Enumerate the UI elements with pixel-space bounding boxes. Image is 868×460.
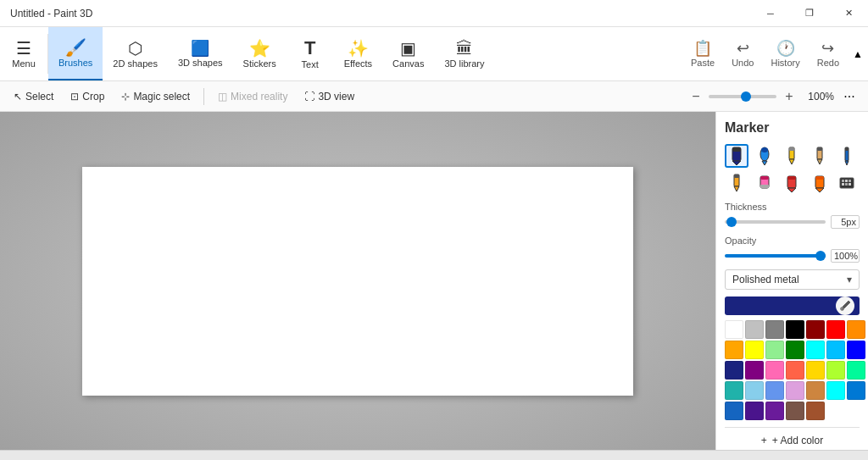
drawing-canvas[interactable] — [82, 167, 633, 396]
color-swatch-cell[interactable] — [847, 381, 865, 400]
canvas-area[interactable] — [0, 112, 715, 450]
eyedropper-button[interactable] — [836, 297, 854, 315]
opacity-value[interactable]: 100% — [831, 249, 860, 263]
redo-button[interactable]: ↪ Redo — [809, 27, 848, 80]
close-button[interactable]: ✕ — [829, 0, 868, 27]
zoom-out-button[interactable]: − — [687, 87, 705, 106]
color-swatch-cell[interactable] — [725, 402, 743, 420]
menu-button[interactable]: ☰ Menu — [0, 27, 47, 80]
toolbar-stickers[interactable]: ⭐ Stickers — [233, 27, 287, 80]
brush-marker3[interactable] — [780, 144, 804, 168]
toolbar-canvas[interactable]: ▣ Canvas — [382, 27, 434, 80]
threed-view-button[interactable]: ⛶ 3D view — [298, 88, 361, 105]
text-icon: T — [304, 39, 315, 58]
crop-button[interactable]: ⊡ Crop — [64, 88, 111, 105]
color-swatch-cell[interactable] — [725, 320, 743, 339]
color-swatch-cell[interactable] — [745, 381, 764, 400]
history-button[interactable]: 🕐 History — [762, 27, 808, 80]
color-swatch-cell[interactable] — [745, 341, 764, 359]
brush-marker5[interactable] — [835, 144, 859, 168]
thickness-row: 5px — [725, 215, 860, 229]
color-swatch-cell[interactable] — [847, 341, 865, 359]
color-swatch-cell[interactable] — [847, 320, 865, 339]
color-swatch-cell[interactable] — [765, 381, 784, 400]
3dshapes-label: 3D shapes — [178, 58, 223, 68]
brush-marker2[interactable] — [753, 144, 776, 168]
color-swatch-cell[interactable] — [806, 341, 825, 359]
color-swatch-cell[interactable] — [806, 320, 825, 339]
marker5-icon — [838, 146, 855, 166]
svg-rect-11 — [817, 147, 822, 151]
thickness-slider[interactable] — [725, 220, 826, 224]
brush-marker8[interactable] — [780, 171, 804, 195]
zoom-in-button[interactable]: + — [780, 87, 798, 106]
color-swatch-cell[interactable] — [806, 361, 825, 380]
svg-marker-13 — [845, 161, 849, 165]
brush-marker1[interactable] — [725, 144, 748, 168]
more-options-button[interactable]: ··· — [837, 85, 861, 108]
3dlibrary-icon: 🏛 — [456, 40, 473, 57]
mixed-reality-button[interactable]: ◫ Mixed reality — [211, 88, 294, 105]
color-swatch-cell[interactable] — [725, 381, 743, 400]
brush-marker4[interactable] — [808, 144, 832, 168]
color-swatch-cell[interactable] — [745, 402, 764, 420]
color-swatch-cell[interactable] — [826, 320, 845, 339]
2dshapes-label: 2D shapes — [113, 58, 158, 69]
color-swatch-cell[interactable] — [725, 341, 743, 359]
toolbar-collapse-button[interactable]: ▲ — [848, 27, 868, 80]
horizontal-scrollbar[interactable] — [0, 450, 868, 460]
color-swatch-cell[interactable] — [786, 402, 804, 420]
add-color-button[interactable]: + + Add color — [725, 427, 860, 450]
brushes-label: Brushes — [58, 58, 92, 68]
color-swatch-cell[interactable] — [765, 320, 784, 339]
toolbar-brushes[interactable]: 🖌️ Brushes — [48, 27, 103, 80]
marker7-icon — [756, 173, 773, 193]
restore-button[interactable]: ❐ — [790, 0, 829, 27]
color-swatch-cell[interactable] — [806, 402, 825, 420]
opacity-slider[interactable] — [725, 254, 826, 258]
thickness-value[interactable]: 5px — [831, 215, 860, 229]
color-swatch-cell[interactable] — [786, 381, 804, 400]
color-swatch-cell[interactable] — [725, 361, 743, 380]
color-swatch-cell[interactable] — [847, 361, 865, 380]
color-swatch-cell[interactable] — [806, 381, 825, 400]
main-area: Marker — [0, 112, 868, 450]
paste-button[interactable]: 📋 Paste — [682, 27, 723, 80]
brush-marker10[interactable] — [835, 171, 859, 195]
svg-rect-20 — [760, 176, 769, 180]
minimize-button[interactable]: ─ — [751, 0, 790, 27]
color-swatch-cell[interactable] — [786, 341, 804, 359]
color-swatch-cell[interactable] — [745, 320, 764, 339]
toolbar-text[interactable]: T Text — [287, 27, 334, 80]
magic-select-label: Magic select — [133, 91, 190, 103]
brush-marker9[interactable] — [808, 171, 832, 195]
svg-rect-30 — [849, 180, 851, 182]
color-swatch-cell[interactable] — [826, 381, 845, 400]
svg-rect-23 — [787, 176, 796, 180]
svg-marker-22 — [787, 188, 796, 192]
brush-marker7[interactable] — [753, 171, 776, 195]
undo-button[interactable]: ↩ Undo — [723, 27, 762, 80]
color-swatch-cell[interactable] — [765, 361, 784, 380]
menu-icon: ☰ — [16, 40, 31, 57]
main-color-swatch[interactable] — [725, 297, 860, 315]
select-icon: ↖ — [14, 91, 22, 103]
toolbar-3dshapes[interactable]: 🟦 3D shapes — [168, 27, 233, 80]
color-swatch-cell[interactable] — [786, 361, 804, 380]
color-swatch-cell[interactable] — [745, 361, 764, 380]
toolbar-3dlibrary[interactable]: 🏛 3D library — [434, 27, 494, 80]
undo-label: Undo — [732, 58, 754, 68]
toolbar-2dshapes[interactable]: ⬡ 2D shapes — [103, 27, 168, 80]
color-swatch-cell[interactable] — [765, 341, 784, 359]
brush-marker6[interactable] — [725, 171, 748, 195]
select-button[interactable]: ↖ Select — [7, 88, 60, 105]
magic-select-button[interactable]: ⊹ Magic select — [114, 88, 197, 105]
toolbar-effects[interactable]: ✨ Effects — [334, 27, 382, 80]
color-swatch-cell[interactable] — [826, 341, 845, 359]
color-swatch-cell[interactable] — [826, 361, 845, 380]
finish-dropdown[interactable]: Polished metal ▾ — [725, 269, 860, 290]
zoom-slider[interactable] — [709, 95, 776, 98]
color-swatch-cell[interactable] — [786, 320, 804, 339]
marker10-icon — [837, 173, 856, 193]
color-swatch-cell[interactable] — [765, 402, 784, 420]
